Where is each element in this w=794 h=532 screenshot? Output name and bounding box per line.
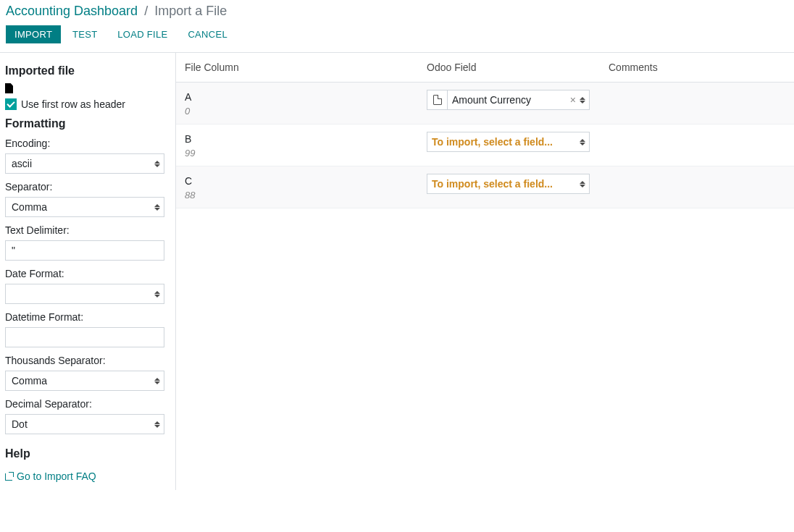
column-letter: C — [185, 175, 427, 187]
odoo-field-cell: Amount Currency× — [427, 90, 609, 110]
header-comments: Comments — [609, 62, 785, 73]
field-type-icon-slot — [427, 90, 448, 109]
load-file-button[interactable]: LOAD FILE — [109, 25, 176, 43]
breadcrumb-link-accounting-dashboard[interactable]: Accounting Dashboard — [6, 4, 138, 18]
separator-select[interactable] — [5, 197, 164, 217]
odoo-field-select[interactable]: To import, select a field... — [427, 174, 590, 194]
breadcrumb-current: Import a File — [154, 4, 227, 18]
odoo-field-cell: To import, select a field... — [427, 174, 609, 194]
decimal-separator-label: Decimal Separator: — [5, 398, 170, 410]
encoding-select[interactable] — [5, 153, 164, 174]
odoo-field-value: Amount Currency — [448, 94, 567, 106]
odoo-field-select[interactable]: To import, select a field... — [427, 132, 590, 152]
chevron-updown-icon — [579, 139, 589, 145]
import-button[interactable]: IMPORT — [6, 25, 61, 43]
mapping-row: C88To import, select a field... — [176, 166, 794, 208]
mapping-header-row: File Column Odoo Field Comments — [176, 53, 794, 83]
encoding-label: Encoding: — [5, 138, 170, 149]
column-sample-value: 0 — [185, 106, 427, 117]
thousands-separator-label: Thousands Separator: — [5, 355, 170, 366]
cancel-button[interactable]: CANCEL — [179, 25, 236, 43]
file-column-cell: B99 — [185, 132, 427, 159]
column-letter: B — [185, 133, 427, 145]
breadcrumb-separator: / — [141, 4, 151, 18]
text-delimiter-label: Text Delimiter: — [5, 224, 170, 236]
action-bar: IMPORT TEST LOAD FILE CANCEL — [0, 22, 794, 52]
datetime-format-input[interactable] — [5, 327, 164, 347]
import-faq-link-label: Go to Import FAQ — [17, 470, 96, 482]
odoo-field-select[interactable]: Amount Currency× — [427, 90, 590, 110]
file-icon — [5, 83, 13, 93]
thousands-separator-select[interactable] — [5, 371, 164, 391]
separator-label: Separator: — [5, 181, 170, 193]
use-first-row-checkbox[interactable] — [5, 98, 17, 110]
mapping-row: B99To import, select a field... — [176, 124, 794, 166]
date-format-label: Date Format: — [5, 268, 170, 279]
clear-field-icon[interactable]: × — [567, 94, 579, 106]
chevron-updown-icon — [579, 181, 589, 187]
imported-file-title: Imported file — [5, 64, 170, 77]
column-sample-value: 88 — [185, 190, 427, 200]
date-format-select[interactable] — [5, 284, 164, 304]
file-column-cell: A0 — [185, 90, 427, 117]
help-title: Help — [5, 447, 170, 460]
datetime-format-label: Datetime Format: — [5, 311, 170, 323]
breadcrumb: Accounting Dashboard / Import a File — [0, 0, 794, 22]
formatting-title: Formatting — [5, 117, 170, 130]
external-link-icon — [5, 472, 14, 481]
mapping-row: A0Amount Currency× — [176, 83, 794, 124]
odoo-field-cell: To import, select a field... — [427, 132, 609, 152]
import-faq-link[interactable]: Go to Import FAQ — [5, 470, 96, 482]
sidebar: Imported file Use first row as header Fo… — [0, 53, 176, 490]
file-outline-icon — [433, 95, 442, 105]
odoo-field-placeholder: To import, select a field... — [427, 178, 579, 190]
text-delimiter-input[interactable] — [5, 240, 164, 261]
use-first-row-label: Use first row as header — [21, 98, 125, 110]
test-button[interactable]: TEST — [64, 25, 106, 43]
header-odoo-field: Odoo Field — [427, 62, 609, 73]
file-column-cell: C88 — [185, 174, 427, 200]
column-letter: A — [185, 91, 427, 103]
chevron-updown-icon — [579, 97, 589, 104]
mapping-panel: File Column Odoo Field Comments A0Amount… — [176, 53, 794, 490]
decimal-separator-select[interactable] — [5, 414, 164, 434]
odoo-field-placeholder: To import, select a field... — [427, 136, 579, 148]
header-file-column: File Column — [185, 62, 427, 73]
column-sample-value: 99 — [185, 148, 427, 159]
